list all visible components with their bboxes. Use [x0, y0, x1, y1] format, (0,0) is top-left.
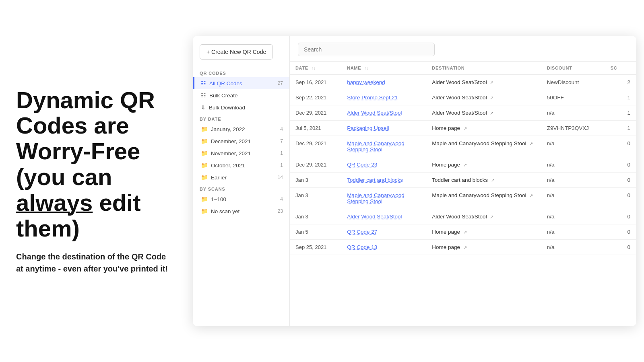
cell-date-9: Jan 5: [290, 224, 341, 240]
cell-name-8[interactable]: Alder Wood Seat/Stool: [341, 209, 426, 224]
folder-icon-earlier: 📁: [201, 174, 208, 181]
col-header-date[interactable]: DATE ↑↓: [290, 62, 341, 75]
qr-code-link-9[interactable]: QR Code 27: [347, 229, 377, 235]
table-row: Dec 29, 2021 QR Code 23 Home page ↗ n/a …: [290, 157, 636, 173]
ext-link-icon-6: ↗: [491, 178, 495, 183]
folder-icon-noscan: 📁: [201, 208, 208, 214]
cell-dest-5: Home page ↗: [426, 157, 541, 173]
qr-code-link-2[interactable]: Alder Wood Seat/Stool: [347, 110, 402, 116]
cell-name-4[interactable]: Maple and Canarywood Stepping Stool: [341, 136, 426, 157]
cell-name-9[interactable]: QR Code 27: [341, 224, 426, 240]
qr-code-link-8[interactable]: Alder Wood Seat/Stool: [347, 214, 402, 220]
download-icon: ⇓: [201, 104, 206, 111]
ext-link-icon-9: ↗: [463, 230, 467, 234]
date-sort-icon: ↑↓: [312, 66, 316, 70]
col-header-scans: SC: [605, 62, 636, 75]
cell-name-10[interactable]: QR Code 13: [341, 240, 426, 255]
col-header-name[interactable]: NAME ↑↓: [341, 62, 426, 75]
cell-dest-3: Home page ↗: [426, 121, 541, 136]
ext-link-icon-2: ↗: [490, 111, 493, 115]
sidebar-item-dec-2021[interactable]: 📁 December, 2021 7: [193, 135, 289, 147]
ext-link-icon-8: ↗: [490, 214, 493, 219]
sidebar-item-all-qr-codes[interactable]: ☷ All QR Codes 27: [193, 77, 289, 89]
table-row: Dec 29, 2021 Maple and Canarywood Steppi…: [290, 136, 636, 157]
cell-discount-0: NewDiscount: [541, 75, 605, 90]
cell-scans-5: 0: [605, 157, 636, 173]
app-panel: + Create New QR Code QR CODES ☷ All QR C…: [193, 36, 636, 326]
table-row: Jan 5 QR Code 27 Home page ↗ n/a 0: [290, 224, 636, 240]
sidebar-jan-label: January, 2022: [211, 126, 280, 132]
search-input[interactable]: [298, 43, 435, 56]
cell-dest-7: Maple and Canarywood Stepping Stool ↗: [426, 188, 541, 209]
ext-link-icon-1: ↗: [490, 95, 493, 100]
cell-name-1[interactable]: Store Promo Sept 21: [341, 90, 426, 105]
cell-date-6: Jan 3: [290, 173, 341, 188]
cell-discount-2: n/a: [541, 105, 605, 121]
sidebar-item-bulk-download[interactable]: ⇓ Bulk Download: [193, 101, 289, 113]
sidebar-earlier-label: Earlier: [211, 175, 278, 181]
qr-code-link-4[interactable]: Maple and Canarywood Stepping Stool: [347, 140, 405, 152]
sidebar-oct-count: 1: [280, 162, 283, 168]
cell-discount-9: n/a: [541, 224, 605, 240]
cell-scans-1: 1: [605, 90, 636, 105]
sidebar-all-label: All QR Codes: [209, 80, 278, 86]
qr-code-link-5[interactable]: QR Code 23: [347, 162, 377, 168]
cell-name-6[interactable]: Toddler cart and blocks: [341, 173, 426, 188]
sidebar-section-scans: BY SCANS: [193, 183, 289, 193]
cell-date-7: Jan 3: [290, 188, 341, 209]
cell-date-10: Sep 25, 2021: [290, 240, 341, 255]
sidebar-noscan-label: No scan yet: [211, 208, 278, 214]
table-row: Jan 3 Alder Wood Seat/Stool Alder Wood S…: [290, 209, 636, 224]
sidebar-1to100-count: 4: [280, 196, 283, 202]
folder-icon-oct: 📁: [201, 162, 208, 169]
sidebar-1to100-label: 1~100: [211, 196, 280, 202]
cell-name-7[interactable]: Maple and Canarywood Stepping Stool: [341, 188, 426, 209]
table-row: Jul 5, 2021 Packaging Upsell Home page ↗…: [290, 121, 636, 136]
cell-scans-4: 0: [605, 136, 636, 157]
sidebar-bulk-download-label: Bulk Download: [209, 105, 283, 111]
cell-name-3[interactable]: Packaging Upsell: [341, 121, 426, 136]
sidebar-item-bulk-create[interactable]: ☷ Bulk Create: [193, 89, 289, 101]
cell-scans-3: 1: [605, 121, 636, 136]
sidebar-item-jan-2022[interactable]: 📁 January, 2022 4: [193, 123, 289, 135]
cell-name-0[interactable]: happy weekend: [341, 75, 426, 90]
table-row: Jan 3 Maple and Canarywood Stepping Stoo…: [290, 188, 636, 209]
cell-scans-10: 0: [605, 240, 636, 255]
cell-discount-3: Z9VHNTP3QVXJ: [541, 121, 605, 136]
cell-name-2[interactable]: Alder Wood Seat/Stool: [341, 105, 426, 121]
create-qr-button[interactable]: + Create New QR Code: [200, 44, 273, 60]
qr-code-link-7[interactable]: Maple and Canarywood Stepping Stool: [347, 192, 405, 204]
col-header-destination: DESTINATION: [426, 62, 541, 75]
folder-icon-nov: 📁: [201, 150, 208, 156]
qr-code-link-3[interactable]: Packaging Upsell: [347, 125, 389, 131]
qr-code-link-6[interactable]: Toddler cart and blocks: [347, 177, 403, 183]
table-row: Jan 3 Toddler cart and blocks Toddler ca…: [290, 173, 636, 188]
cell-scans-8: 0: [605, 209, 636, 224]
sidebar-all-count: 27: [278, 80, 283, 86]
main-content: DATE ↑↓ NAME ↑↓ DESTINATION DISCOUNT: [290, 36, 636, 326]
bulk-create-icon: ☷: [201, 92, 206, 99]
qr-code-link-1[interactable]: Store Promo Sept 21: [347, 95, 398, 101]
sidebar-item-1to100[interactable]: 📁 1~100 4: [193, 193, 289, 205]
cell-date-0: Sep 16, 2021: [290, 75, 341, 90]
cell-date-3: Jul 5, 2021: [290, 121, 341, 136]
sidebar-nov-count: 1: [280, 150, 283, 156]
cell-dest-10: Home page ↗: [426, 240, 541, 255]
qr-code-link-10[interactable]: QR Code 13: [347, 244, 377, 250]
folder-icon-scans1: 📁: [201, 196, 208, 202]
folder-icon-jan: 📁: [201, 126, 208, 132]
cell-name-5[interactable]: QR Code 23: [341, 157, 426, 173]
sidebar-dec-count: 7: [280, 138, 283, 144]
table-row: Dec 29, 2021 Alder Wood Seat/Stool Alder…: [290, 105, 636, 121]
table-header-row: DATE ↑↓ NAME ↑↓ DESTINATION DISCOUNT: [290, 62, 636, 75]
qr-code-link-0[interactable]: happy weekend: [347, 79, 385, 85]
sidebar-item-nov-2021[interactable]: 📁 November, 2021 1: [193, 147, 289, 159]
ext-link-icon-10: ↗: [463, 245, 467, 250]
table-row: Sep 22, 2021 Store Promo Sept 21 Alder W…: [290, 90, 636, 105]
cell-discount-6: n/a: [541, 173, 605, 188]
sidebar-item-no-scan[interactable]: 📁 No scan yet 23: [193, 205, 289, 217]
cell-date-8: Jan 3: [290, 209, 341, 224]
sidebar-dec-label: December, 2021: [211, 138, 280, 144]
sidebar-item-oct-2021[interactable]: 📁 October, 2021 1: [193, 159, 289, 171]
sidebar-item-earlier[interactable]: 📁 Earlier 14: [193, 171, 289, 183]
